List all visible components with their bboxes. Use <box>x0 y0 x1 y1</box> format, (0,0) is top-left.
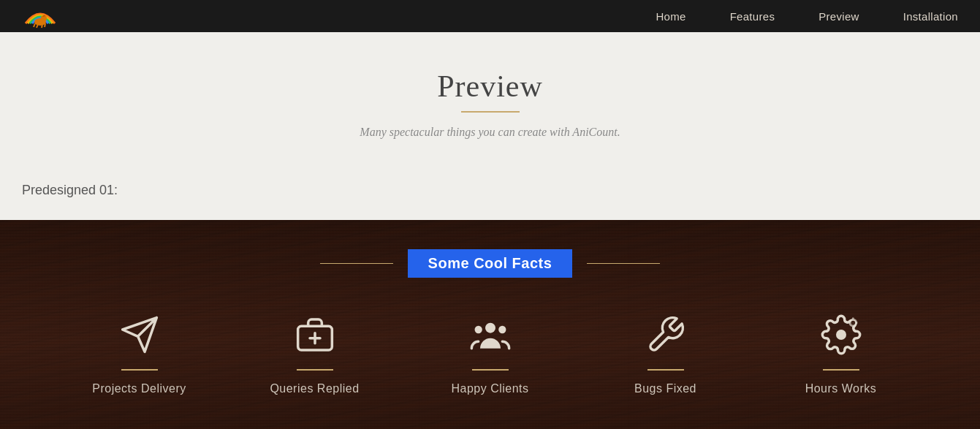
facts-section: Some Cool Facts Projects Delivery <box>0 220 980 429</box>
fact-hours-works: Hours Works <box>753 314 929 395</box>
svg-point-9 <box>485 323 495 333</box>
fact-icon-wrap-0 <box>119 314 160 371</box>
hero-subtitle: Many spectacular things you can create w… <box>15 126 965 139</box>
fact-queries-replied: Queries Replied <box>227 314 403 395</box>
facts-grid: Projects Delivery Queries Replied <box>52 314 929 395</box>
send-icon <box>119 314 160 362</box>
nav-home[interactable]: Home <box>656 10 685 23</box>
fact-icon-line-2 <box>472 369 509 371</box>
facts-line-left <box>320 263 393 264</box>
fact-icon-wrap-4 <box>821 314 862 371</box>
nav-preview[interactable]: Preview <box>818 10 859 23</box>
fact-icon-line-3 <box>647 369 684 371</box>
wrench-icon <box>645 314 686 362</box>
fact-label-0: Projects Delivery <box>92 382 186 395</box>
fact-icon-line-1 <box>297 369 333 371</box>
facts-title: Some Cool Facts <box>408 249 573 278</box>
nav-links: Home Features Preview Installation <box>656 10 958 23</box>
fact-icon-wrap-1 <box>295 314 335 371</box>
hero-title: Preview <box>15 69 965 104</box>
fact-label-3: Bugs Fixed <box>634 382 696 395</box>
hero-underline <box>461 111 520 113</box>
nav-features[interactable]: Features <box>730 10 775 23</box>
fact-label-1: Queries Replied <box>270 382 359 395</box>
fact-bugs-fixed: Bugs Fixed <box>578 314 753 395</box>
navbar: Home Features Preview Installation <box>0 0 980 32</box>
fact-projects-delivery: Projects Delivery <box>52 314 227 395</box>
fact-happy-clients: Happy Clients <box>403 314 578 395</box>
hero-section: Preview Many spectacular things you can … <box>0 32 980 168</box>
svg-point-13 <box>851 321 855 325</box>
cogs-icon <box>821 314 862 362</box>
users-icon <box>470 314 511 362</box>
predesigned-label: Predesigned 01: <box>22 183 118 197</box>
svg-line-2 <box>34 23 35 27</box>
fact-icon-wrap-2 <box>470 314 511 371</box>
svg-point-11 <box>498 326 506 333</box>
predesigned-section: Predesigned 01: <box>0 168 980 220</box>
fact-icon-wrap-3 <box>645 314 686 371</box>
svg-line-5 <box>45 23 45 27</box>
fact-label-2: Happy Clients <box>451 382 528 395</box>
fact-label-4: Hours Works <box>805 382 877 395</box>
fact-icon-line-0 <box>121 369 158 371</box>
svg-line-4 <box>42 24 42 28</box>
briefcase-medical-icon <box>295 314 335 362</box>
facts-line-right <box>587 263 660 264</box>
svg-point-10 <box>474 326 482 333</box>
nav-installation[interactable]: Installation <box>903 10 958 23</box>
fact-icon-line-4 <box>823 369 859 371</box>
logo[interactable] <box>22 3 58 29</box>
facts-header: Some Cool Facts <box>15 249 965 278</box>
